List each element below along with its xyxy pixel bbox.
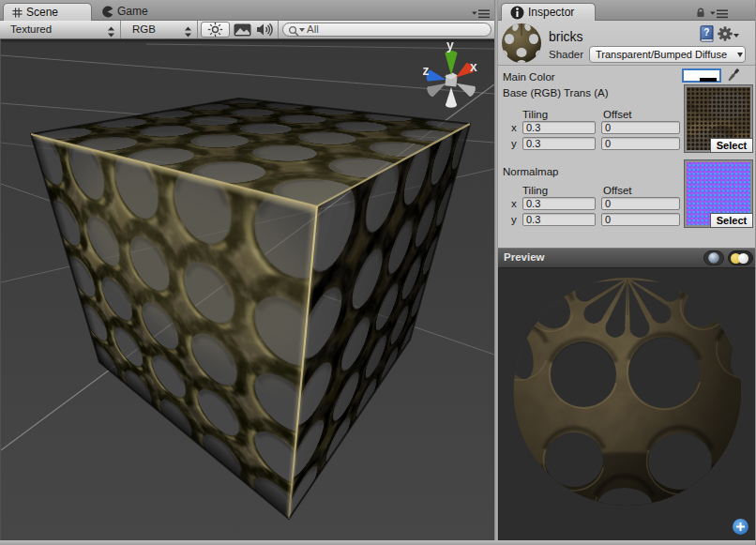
svg-text:x: x [470, 59, 477, 74]
svg-text:?: ? [703, 27, 709, 38]
svg-text:z: z [423, 63, 430, 78]
